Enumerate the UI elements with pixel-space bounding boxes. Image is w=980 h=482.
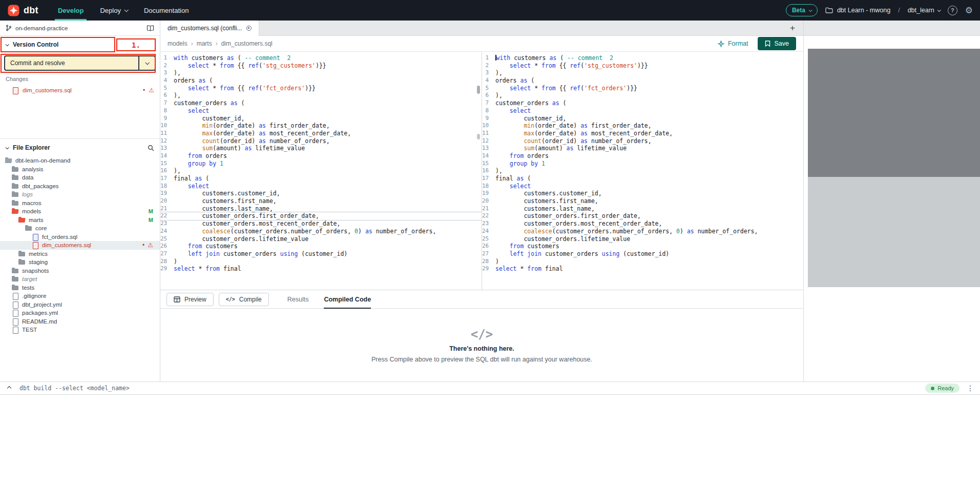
code-line-21[interactable]: 21 customers.last_name, (160, 205, 482, 213)
tree-item-data[interactable]: data (0, 173, 160, 182)
code-line-8[interactable]: 8 select (160, 107, 482, 115)
docs-book-icon[interactable] (147, 25, 154, 31)
tree-item-snapshots[interactable]: snapshots (0, 267, 160, 275)
code-line-1[interactable]: 1with customers as ( -- comment 2 (160, 54, 482, 62)
tree-item-tests[interactable]: tests (0, 284, 160, 292)
code-line-20[interactable]: 20 customers.first_name, (160, 197, 482, 205)
breadcrumb-models[interactable]: models (168, 40, 187, 47)
code-line-28[interactable]: 28) (482, 258, 803, 266)
kebab-menu-icon[interactable]: ⋮ (967, 384, 974, 392)
code-line-12[interactable]: 12 count(order_id) as number_of_orders, (160, 137, 482, 145)
command-input[interactable]: dbt build --select <model_name> (19, 385, 130, 392)
tree-item-readme-md[interactable]: README.md (0, 317, 160, 326)
code-line-12[interactable]: 12 count(order_id) as number_of_orders, (482, 137, 803, 145)
tree-item-dbt-packages[interactable]: dbt_packages (0, 182, 160, 191)
commit-dropdown-chevron[interactable] (138, 56, 155, 70)
code-line-16[interactable]: 16), (160, 167, 482, 175)
code-line-16[interactable]: 16), (482, 167, 803, 175)
code-line-11[interactable]: 11 max(order_date) as most_recent_order_… (482, 130, 803, 137)
code-line-6[interactable]: 6), (482, 92, 803, 99)
tree-item-macros[interactable]: macros (0, 199, 160, 208)
code-line-18[interactable]: 18 select (482, 183, 803, 190)
tree-item-target[interactable]: target (0, 275, 160, 284)
tree-item-fct-orders-sql[interactable]: fct_orders.sql (0, 233, 160, 242)
code-line-21[interactable]: 21 customers.last_name, (482, 205, 803, 213)
preview-button[interactable]: Preview (166, 293, 214, 306)
code-line-9[interactable]: 9 customer_id, (482, 115, 803, 123)
code-line-14[interactable]: 14 from orders (482, 152, 803, 160)
tree-item-metrics[interactable]: metrics (0, 250, 160, 258)
tree-item--gitignore[interactable]: .gitignore (0, 292, 160, 300)
code-line-7[interactable]: 7customer_orders as ( (160, 99, 482, 107)
code-line-20[interactable]: 20 customers.first_name, (482, 197, 803, 205)
code-line-27[interactable]: 27 left join customer_orders using (cust… (482, 250, 803, 258)
scrollbar-track[interactable] (808, 177, 980, 287)
beta-toggle[interactable]: Beta (786, 4, 818, 16)
code-line-9[interactable]: 9 customer_id, (160, 115, 482, 123)
code-line-19[interactable]: 19 customers.customer_id, (482, 190, 803, 197)
code-line-13[interactable]: 13 sum(amount) as lifetime_value (482, 145, 803, 152)
code-line-23[interactable]: 23 customer_orders.most_recent_order_dat… (482, 220, 803, 228)
settings-gear-icon[interactable]: ⚙ (965, 5, 973, 15)
format-button[interactable]: Format (718, 40, 748, 47)
code-line-5[interactable]: 5 select * from {{ ref('fct_orders')}} (160, 85, 482, 92)
code-line-26[interactable]: 26 from customers (482, 243, 803, 250)
tree-item-marts[interactable]: martsM (0, 216, 160, 225)
compile-button[interactable]: </> Compile (219, 293, 269, 306)
editor-pane-right[interactable]: 1with customers as ( -- comment 22 selec… (482, 52, 803, 290)
code-line-25[interactable]: 25 customer_orders.lifetime_value (482, 235, 803, 243)
code-line-2[interactable]: 2 select * from {{ ref('stg_customers')}… (482, 62, 803, 70)
code-line-10[interactable]: 10 min(order_date) as first_order_date, (160, 122, 482, 130)
code-line-18[interactable]: 18 select (160, 183, 482, 190)
tab-results[interactable]: Results (287, 290, 309, 309)
breadcrumb-marts[interactable]: marts (197, 40, 212, 47)
code-line-3[interactable]: 3), (482, 69, 803, 77)
code-line-6[interactable]: 6), (160, 92, 482, 99)
code-line-29[interactable]: 29select * from final (160, 265, 482, 273)
code-line-17[interactable]: 17final as ( (482, 175, 803, 183)
tree-item-test[interactable]: TEST (0, 326, 160, 334)
tree-item-analysis[interactable]: analysis (0, 165, 160, 174)
project-selector[interactable]: dbt_learn (908, 7, 940, 14)
code-line-25[interactable]: 25 customer_orders.lifetime_value (160, 235, 482, 243)
code-line-7[interactable]: 7customer_orders as ( (482, 99, 803, 107)
code-line-28[interactable]: 28) (160, 258, 482, 266)
tree-item-staging[interactable]: staging (0, 258, 160, 267)
tree-item-dbt-project-yml[interactable]: dbt_project.yml (0, 300, 160, 309)
code-line-3[interactable]: 3), (160, 69, 482, 77)
editor-pane-left[interactable]: 1with customers as ( -- comment 22 selec… (160, 52, 482, 290)
code-line-26[interactable]: 26 from customers (160, 243, 482, 250)
code-line-19[interactable]: 19 customers.customer_id, (160, 190, 482, 197)
code-line-27[interactable]: 27 left join customer_orders using (cust… (160, 250, 482, 258)
scrollbar-thumb[interactable] (808, 49, 980, 177)
version-control-header[interactable]: Version Control (0, 36, 160, 53)
save-button[interactable]: Save (758, 37, 797, 50)
tree-item-logs[interactable]: logs (0, 190, 160, 199)
dbt-logo[interactable]: dbt (7, 4, 38, 17)
code-line-13[interactable]: 13 sum(amount) as lifetime_value (160, 145, 482, 152)
tab-compiled-code[interactable]: Compiled Code (324, 290, 371, 309)
tree-item-models[interactable]: modelsM (0, 207, 160, 216)
collapse-panel-chevron[interactable] (6, 385, 12, 391)
branch-name[interactable]: on-demand-practice (15, 25, 68, 31)
code-line-14[interactable]: 14 from orders (160, 152, 482, 160)
tab-dim-customers[interactable]: dim_customers.sql (confli... (160, 21, 259, 36)
code-line-5[interactable]: 5 select * from {{ ref('fct_orders')}} (482, 85, 803, 92)
nav-develop[interactable]: Develop (50, 0, 92, 21)
code-line-2[interactable]: 2 select * from {{ ref('stg_customers')}… (160, 62, 482, 70)
nav-deploy[interactable]: Deploy (92, 0, 135, 21)
scrollbar-thumb[interactable] (477, 134, 480, 139)
help-icon[interactable]: ? (948, 6, 957, 15)
tree-item-dim-customers-sql[interactable]: dim_customers.sql•⚠ (0, 241, 160, 250)
tree-item-packages-yml[interactable]: packages.yml (0, 309, 160, 317)
new-tab-plus-icon[interactable]: + (790, 24, 795, 32)
breadcrumb-file[interactable]: dim_customers.sql (221, 40, 273, 47)
tree-item-core[interactable]: core (0, 224, 160, 233)
code-line-11[interactable]: 11 max(order_date) as most_recent_order_… (160, 130, 482, 137)
code-line-22[interactable]: 22 customer_orders.first_order_date, (482, 212, 803, 220)
search-icon[interactable] (148, 145, 154, 151)
code-line-4[interactable]: 4orders as ( (160, 77, 482, 85)
code-line-29[interactable]: 29select * from final (482, 265, 803, 273)
code-line-8[interactable]: 8 select (482, 107, 803, 115)
code-line-10[interactable]: 10 min(order_date) as first_order_date, (482, 122, 803, 130)
